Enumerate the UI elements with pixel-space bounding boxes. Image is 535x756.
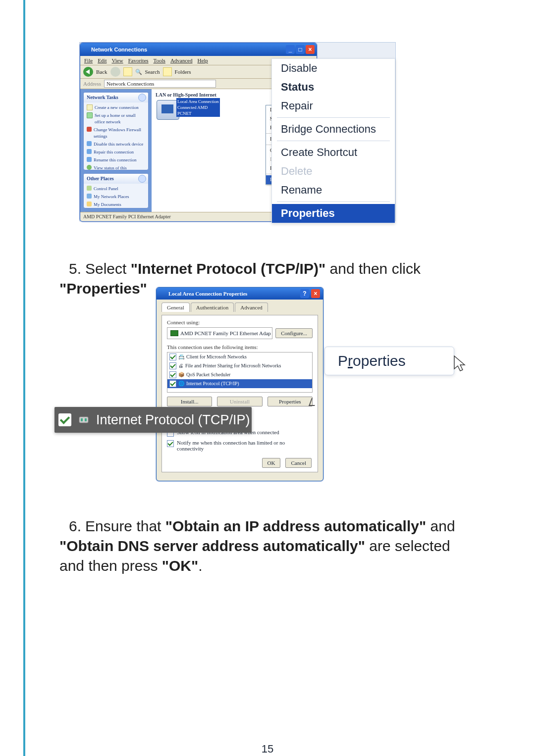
- tab-advanced[interactable]: Advanced: [235, 302, 268, 312]
- window-title: Network Connections: [91, 47, 147, 52]
- figure-network-connections: Network Connections _ □ × FileEditViewFa…: [79, 42, 396, 221]
- tab-authentication[interactable]: Authentication: [191, 302, 234, 312]
- window-titlebar: Network Connections _ □ ×: [80, 43, 317, 56]
- configure-button[interactable]: Configure...: [275, 328, 313, 338]
- dialog-titlebar: Local Area Connection Properties ? ×: [157, 288, 323, 300]
- cursor-icon: [453, 355, 468, 373]
- adapter-field: AMD PCNET Family PCI Ethernet Adap: [167, 327, 272, 339]
- other-places-block: Other Places Control Panel My Network Pl…: [83, 173, 149, 208]
- protocol-icon: [78, 414, 89, 425]
- up-folder-icon[interactable]: [123, 67, 132, 76]
- uninstall-button: Uninstall: [217, 397, 262, 406]
- svg-rect-0: [79, 417, 88, 423]
- minimize-button[interactable]: _: [286, 45, 295, 54]
- address-field[interactable]: Network Connections: [104, 80, 216, 88]
- forward-button[interactable]: [110, 67, 120, 77]
- tab-strip: General Authentication Advanced: [161, 302, 318, 312]
- close-button[interactable]: ×: [306, 45, 315, 54]
- notify-checkbox[interactable]: Notify me when this connection has limit…: [167, 440, 313, 452]
- properties-button[interactable]: Properties: [268, 397, 313, 406]
- back-label: Back: [96, 69, 107, 75]
- page-accent-bar: [23, 0, 25, 756]
- callout-properties-bubble: Properties: [324, 347, 454, 375]
- maximize-button[interactable]: □: [296, 45, 305, 54]
- folders-icon[interactable]: [163, 67, 172, 76]
- svg-rect-2: [85, 418, 87, 421]
- checkbox-icon: [58, 413, 71, 426]
- folders-label[interactable]: Folders: [175, 69, 191, 75]
- callout-tcpip-bubble: Internet Protocol (TCP/IP): [54, 407, 252, 433]
- search-label[interactable]: Search: [145, 69, 160, 75]
- connection-group-label: LAN or High-Speed Internet: [156, 92, 216, 98]
- network-tasks-block: Network Tasks Create a new connection Se…: [83, 92, 149, 170]
- page-number: 15: [0, 743, 535, 756]
- tcpip-list-item: Internet Protocol (TCP/IP): [186, 380, 239, 388]
- figure-lac-properties: Local Area Connection Properties ? × Gen…: [54, 287, 436, 485]
- lac-properties-dialog: Local Area Connection Properties ? × Gen…: [156, 287, 323, 481]
- local-area-connection-label[interactable]: Local Area Connection Connected AMD PCNE…: [176, 98, 220, 117]
- explorer-sidebar: Network Tasks Create a new connection Se…: [80, 89, 152, 222]
- install-button[interactable]: Install...: [167, 397, 212, 406]
- tab-general[interactable]: General: [161, 302, 190, 312]
- back-button[interactable]: [83, 67, 93, 77]
- help-button[interactable]: ?: [300, 289, 309, 298]
- collapse-icon[interactable]: [138, 94, 146, 101]
- ok-button[interactable]: OK: [262, 458, 281, 468]
- callout-properties-item[interactable]: Properties: [272, 204, 395, 223]
- collapse-icon[interactable]: [138, 175, 146, 183]
- nic-icon: [170, 330, 178, 336]
- connection-items-list[interactable]: 📇Client for Microsoft Networks 🖨File and…: [167, 352, 313, 393]
- general-panel: Connect using: AMD PCNET Family PCI Ethe…: [161, 315, 318, 472]
- context-menu-callout: Disable Status Repair Bridge Connections…: [271, 58, 395, 223]
- svg-rect-1: [81, 418, 83, 421]
- instruction-step-6: 6.Ensure that "Obtain an IP address auto…: [59, 516, 456, 576]
- cancel-button[interactable]: Cancel: [285, 458, 312, 468]
- close-button[interactable]: ×: [311, 289, 320, 298]
